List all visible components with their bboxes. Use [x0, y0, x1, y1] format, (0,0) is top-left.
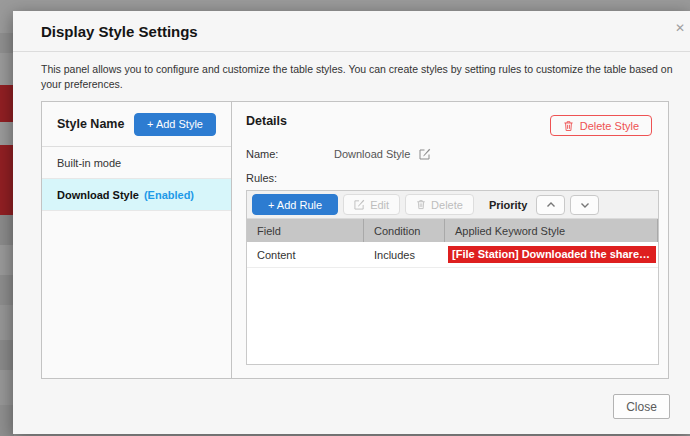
rule-applied-style-cell: [File Station] Downloaded the shared fil — [445, 242, 658, 267]
delete-rule-button[interactable]: Delete — [405, 194, 474, 215]
name-row: Name: Download Style — [246, 148, 431, 160]
trash-icon — [563, 120, 574, 132]
dialog-description: This panel allows you to configure and c… — [41, 62, 675, 92]
backdrop-segment — [0, 145, 14, 215]
style-item-status: (Enabled) — [144, 189, 194, 201]
backdrop-segment — [0, 0, 14, 33]
settings-content-box: Style Name + Add Style Built-in mode Dow… — [41, 101, 669, 379]
chevron-down-icon — [580, 201, 590, 209]
style-list-item-download[interactable]: Download Style (Enabled) — [42, 179, 231, 211]
delete-style-button[interactable]: Delete Style — [550, 115, 652, 136]
backdrop-segment — [0, 33, 14, 53]
backdrop-segment — [0, 305, 14, 340]
close-icon[interactable]: ✕ — [671, 19, 689, 37]
background-app-strip — [0, 0, 14, 436]
rules-label: Rules: — [246, 172, 277, 184]
backdrop-segment — [0, 370, 14, 405]
style-item-label: Download Style — [57, 189, 139, 201]
style-item-label: Built-in mode — [57, 157, 121, 169]
rule-condition-cell: Includes — [364, 242, 445, 267]
column-header-field[interactable]: Field — [247, 219, 364, 242]
screen: Display Style Settings ✕ This panel allo… — [0, 0, 690, 436]
backdrop-segment — [0, 340, 14, 370]
rules-toolbar: + Add Rule Edit — [247, 191, 658, 219]
backdrop-segment — [0, 245, 14, 275]
style-list-panel: Style Name + Add Style Built-in mode Dow… — [42, 102, 232, 378]
rules-table-empty-area — [247, 268, 658, 364]
backdrop-segment — [0, 85, 14, 122]
name-value: Download Style — [334, 148, 410, 160]
rules-table-header: Field Condition Applied Keyword Style — [247, 219, 658, 242]
edit-rule-label: Edit — [370, 199, 389, 211]
style-name-heading: Style Name — [57, 117, 124, 131]
edit-rule-button[interactable]: Edit — [343, 194, 400, 215]
rule-table-row[interactable]: Content Includes [File Station] Download… — [247, 242, 658, 268]
delete-rule-label: Delete — [431, 199, 463, 211]
backdrop-segment — [0, 122, 14, 145]
priority-down-button[interactable] — [570, 195, 599, 215]
name-label: Name: — [246, 148, 334, 160]
edit-icon — [354, 199, 365, 210]
backdrop-segment — [0, 215, 14, 245]
add-rule-button[interactable]: + Add Rule — [252, 194, 338, 215]
rule-field-cell: Content — [247, 242, 364, 267]
trash-icon — [416, 199, 426, 210]
details-panel: Details Delete Style Name: Download Styl… — [232, 102, 668, 378]
priority-label: Priority — [489, 199, 528, 211]
style-list-item-builtin[interactable]: Built-in mode — [42, 147, 231, 179]
backdrop-segment — [0, 405, 14, 436]
chevron-up-icon — [546, 201, 556, 209]
backdrop-segment — [0, 53, 14, 85]
add-style-button[interactable]: + Add Style — [134, 113, 216, 136]
rules-box: + Add Rule Edit — [246, 190, 659, 365]
details-heading: Details — [246, 114, 287, 128]
close-button[interactable]: Close — [613, 394, 670, 419]
dialog-titlebar: Display Style Settings ✕ — [13, 11, 690, 52]
display-style-settings-dialog: Display Style Settings ✕ This panel allo… — [13, 11, 690, 434]
style-list-header: Style Name + Add Style — [42, 102, 231, 147]
priority-up-button[interactable] — [536, 195, 565, 215]
delete-style-label: Delete Style — [580, 120, 639, 132]
dialog-title: Display Style Settings — [41, 11, 198, 52]
backdrop-segment — [0, 275, 14, 305]
keyword-style-badge: [File Station] Downloaded the shared fil — [448, 246, 656, 263]
column-header-condition[interactable]: Condition — [364, 219, 445, 242]
column-header-applied-keyword-style[interactable]: Applied Keyword Style — [445, 219, 658, 242]
edit-name-icon[interactable] — [419, 148, 431, 160]
